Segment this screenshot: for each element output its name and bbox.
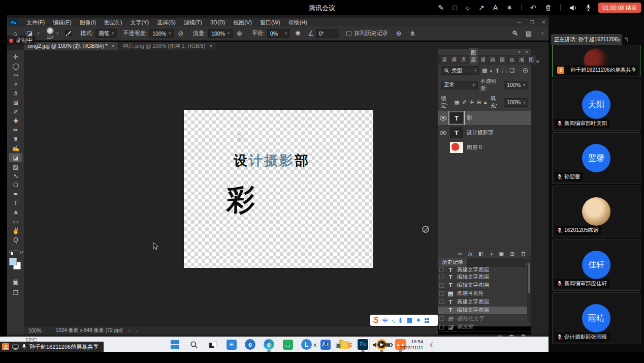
ime-chinese-mode[interactable]: 中: [382, 318, 388, 323]
panel-tab[interactable]: 颜: [498, 55, 507, 65]
document-tab-inactive[interactable]: 鸭片.png @ 100% (图层 1, RGB/8) ×: [118, 42, 216, 50]
quick-mask-icon[interactable]: ▣: [9, 277, 22, 286]
photoshop-logo-icon[interactable]: Ps: [9, 19, 18, 26]
ime-keyboard-icon[interactable]: ▦: [406, 317, 412, 323]
reply-arrow-icon[interactable]: ↰: [624, 36, 629, 43]
close-panel-icon[interactable]: ×: [526, 49, 528, 54]
ps-canvas-area[interactable]: 彩 设计摄影部 彩: [24, 50, 438, 326]
smoothing-gear-icon[interactable]: ✱: [295, 29, 301, 37]
document-canvas[interactable]: 彩 设计摄影部 彩: [184, 110, 373, 268]
chevron-down-icon[interactable]: ▾: [56, 31, 58, 36]
lasso-tool-icon[interactable]: ∾: [9, 71, 22, 80]
menu-view[interactable]: 视图(V): [229, 19, 256, 26]
menu-file[interactable]: 文件(F): [22, 19, 49, 26]
pen-tool-icon[interactable]: ✒: [9, 190, 22, 199]
delete-layer-icon[interactable]: [521, 251, 526, 257]
sogou-tray-icon[interactable]: S: [348, 341, 352, 349]
task-view-icon[interactable]: [206, 338, 219, 351]
default-colors-icon[interactable]: [9, 251, 14, 255]
close-icon[interactable]: ×: [542, 19, 545, 26]
text-layer-thumbnail[interactable]: T: [450, 127, 463, 138]
history-item[interactable]: T新建文字图层: [438, 267, 531, 273]
swap-colors-icon[interactable]: ⇄: [20, 250, 23, 255]
sogou-logo-icon[interactable]: S: [373, 316, 379, 324]
panel-tab[interactable]: 图: [527, 55, 536, 65]
panel-menu-icon[interactable]: ≡: [536, 59, 539, 65]
history-item-disabled[interactable]: ▤栅格化文字: [438, 315, 531, 323]
undo-icon[interactable]: ↶: [530, 4, 536, 11]
toggle-brush-panel-icon[interactable]: [65, 30, 72, 37]
menu-help[interactable]: 帮助(H): [284, 19, 311, 26]
workspace-switcher-icon[interactable]: ▤: [526, 29, 532, 37]
history-item[interactable]: T编辑文字图层: [438, 281, 531, 289]
layer-name[interactable]: 图层 0: [467, 144, 482, 151]
filter-smart-object-icon[interactable]: ❏: [509, 67, 514, 74]
search-icon[interactable]: 🔍︎: [512, 29, 519, 37]
close-tab-icon[interactable]: ×: [112, 43, 115, 49]
lock-position-icon[interactable]: ✛: [469, 99, 474, 106]
layer-style-icon[interactable]: fx: [468, 251, 472, 257]
pen-tool-icon[interactable]: ✎: [438, 4, 444, 11]
focus-assist-moon-icon[interactable]: ☾: [430, 341, 436, 349]
layer-name[interactable]: 设计摄影部: [467, 129, 494, 136]
airbrush-icon[interactable]: ⊛: [237, 29, 242, 37]
minimize-icon[interactable]: —: [517, 20, 522, 25]
panel-tab[interactable]: 色: [507, 55, 517, 65]
lock-artboard-icon[interactable]: ⊞: [476, 99, 481, 106]
panel-tab[interactable]: 调: [449, 55, 459, 65]
magic-wand-tool-icon[interactable]: ✧: [9, 80, 22, 89]
history-tab[interactable]: 历史记录: [438, 258, 467, 267]
filter-shape-icon[interactable]: ⬚: [502, 67, 507, 74]
filter-pixel-icon[interactable]: ▩: [482, 67, 487, 74]
erase-to-history-option[interactable]: 抹到历史记录: [346, 29, 388, 37]
status-arrow-icon[interactable]: ›: [128, 328, 130, 334]
battery-icon[interactable]: [385, 343, 393, 347]
menu-image[interactable]: 图像(I): [76, 19, 100, 26]
volume-icon[interactable]: [372, 342, 379, 348]
history-item[interactable]: ▤图层可见性: [438, 290, 531, 298]
reaction-icon[interactable]: ⬗: [616, 36, 621, 43]
panel-tab[interactable]: 路: [488, 55, 497, 65]
layer-fill-select[interactable]: 100%▾: [504, 98, 528, 107]
ellipse-tool-icon[interactable]: ○: [466, 4, 470, 11]
panel-tab[interactable]: 渐: [517, 55, 526, 65]
history-item-disabled[interactable]: ◪橡皮擦: [438, 323, 531, 331]
mode-select[interactable]: 画笔▾: [95, 29, 117, 38]
participant-tile-sharer[interactable]: 孙千超16211206的屏幕共享: [552, 45, 640, 77]
history-brush-tool-icon[interactable]: ✍: [9, 144, 22, 153]
add-mask-icon[interactable]: ◧: [478, 251, 484, 257]
foreground-color-swatch[interactable]: [9, 258, 17, 265]
participant-tile[interactable]: 佳轩 新闻编审部应佳轩: [552, 239, 640, 291]
menu-window[interactable]: 窗口(W): [256, 19, 284, 26]
blue-l-app-icon[interactable]: L: [300, 338, 313, 351]
text-layer-thumbnail[interactable]: T: [450, 112, 463, 124]
new-layer-icon[interactable]: ⊞: [510, 251, 514, 257]
taskbar-clock[interactable]: 19:54 2022/11/11: [400, 339, 423, 351]
lock-all-icon[interactable]: 🔒︎: [484, 99, 487, 106]
microsoft-store-icon[interactable]: ⊞: [225, 338, 238, 351]
participant-tile[interactable]: 雨晴 设计摄影部张雨晴: [552, 292, 640, 344]
edge-browser-icon[interactable]: e: [263, 338, 275, 351]
filter-adjustment-icon[interactable]: ◐: [490, 68, 493, 74]
tray-expand-icon[interactable]: ∧: [313, 342, 317, 348]
brush-tool-icon[interactable]: ✏: [9, 126, 22, 135]
history-item[interactable]: T新建文字图层: [438, 298, 531, 306]
menu-filter[interactable]: 滤镜(T): [180, 19, 206, 26]
history-item-selected[interactable]: T编辑文字图层: [438, 307, 531, 315]
status-arrow-icon[interactable]: ‹: [136, 328, 137, 334]
layer-row-selected[interactable]: T 彩: [438, 111, 531, 126]
layer-row[interactable]: 图层 0: [438, 140, 531, 155]
gradient-tool-icon[interactable]: ▨: [9, 162, 22, 171]
layer-opacity-select[interactable]: 100%▾: [504, 81, 528, 89]
image-layer-thumbnail[interactable]: [450, 142, 463, 153]
menu-select[interactable]: 选择(S): [153, 19, 180, 26]
smoothing-select[interactable]: 0%▾: [267, 29, 290, 38]
history-scrollbar[interactable]: [527, 256, 531, 323]
menu-layer[interactable]: 图层(L): [100, 19, 126, 26]
eyedropper-tool-icon[interactable]: ✐: [9, 107, 22, 116]
history-item[interactable]: T编辑文字图层: [438, 273, 531, 281]
layer-name[interactable]: 彩: [467, 114, 472, 122]
mic-icon[interactable]: [586, 4, 591, 11]
ime-indicator-icon[interactable]: ▣: [335, 341, 341, 348]
layer-row[interactable]: T 设计摄影部: [438, 126, 531, 140]
